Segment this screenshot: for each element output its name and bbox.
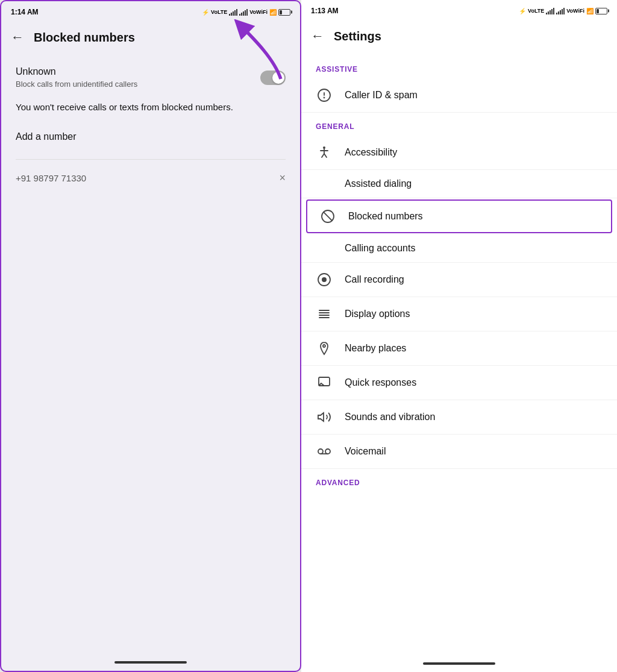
- section-advanced: ADVANCED: [301, 469, 617, 492]
- map-pin-icon: [316, 340, 333, 357]
- volte-icon: VoLTE: [211, 9, 227, 15]
- left-top-bar: ← Blocked numbers: [1, 20, 300, 57]
- sidebar-item-sounds-vibration[interactable]: Sounds and vibration: [301, 400, 617, 435]
- quick-responses-label: Quick responses: [345, 377, 416, 388]
- signal2-icon: [239, 8, 248, 16]
- right-page-title: Settings: [334, 30, 381, 43]
- left-back-button[interactable]: ←: [11, 30, 24, 45]
- right-bottom-bar: [301, 655, 617, 672]
- svg-point-12: [322, 277, 327, 282]
- settings-list: ASSISTIVE Caller ID & spam GENERAL Acces…: [301, 55, 617, 655]
- right-status-bar: 1:13 AM ⚡ VoLTE VoWiFi 📶: [301, 0, 617, 19]
- right-vowifi-icon: VoWiFi: [566, 8, 584, 14]
- right-time: 1:13 AM: [311, 7, 339, 15]
- svg-point-3: [324, 98, 325, 98]
- display-options-label: Display options: [345, 309, 410, 319]
- right-status-icons: ⚡ VoLTE VoWiFi 📶: [519, 7, 607, 14]
- svg-line-7: [322, 154, 324, 157]
- right-signal2-icon: [556, 7, 565, 14]
- sidebar-item-accessibility[interactable]: Accessibility: [301, 136, 617, 170]
- remove-number-button[interactable]: ×: [279, 172, 286, 184]
- voicemail-label: Voicemail: [345, 446, 386, 457]
- alert-circle-icon: [316, 87, 333, 104]
- unknown-row: Unknown Block calls from unidentified ca…: [16, 66, 286, 89]
- battery-icon: [278, 9, 290, 16]
- blocked-numbers-label: Blocked numbers: [348, 211, 423, 222]
- left-status-icons: ⚡ VoLTE VoWiFi 📶: [202, 8, 290, 16]
- volume-icon: [316, 409, 333, 425]
- section-general: GENERAL: [301, 113, 617, 136]
- svg-point-17: [323, 345, 325, 347]
- calling-accounts-label: Calling accounts: [345, 243, 415, 254]
- right-battery-icon: [595, 8, 607, 14]
- divider: [16, 159, 286, 160]
- unknown-title: Unknown: [16, 66, 137, 77]
- blocked-icon: [319, 208, 336, 225]
- right-volte-icon: VoLTE: [528, 8, 544, 14]
- sidebar-item-display-options[interactable]: Display options: [301, 297, 617, 331]
- sidebar-item-call-recording[interactable]: Call recording: [301, 263, 617, 297]
- right-bluetooth-icon: ⚡: [519, 8, 526, 14]
- accessibility-label: Accessibility: [345, 147, 397, 158]
- voicemail-icon: [316, 443, 333, 460]
- list-icon: [316, 306, 333, 322]
- assisted-dialing-label: Assisted dialing: [345, 178, 412, 189]
- vowifi-icon: VoWiFi: [249, 9, 268, 15]
- phone-number: +91 98797 71330: [16, 173, 86, 183]
- sidebar-item-quick-responses[interactable]: Quick responses: [301, 366, 617, 400]
- left-content: Unknown Block calls from unidentified ca…: [1, 57, 300, 654]
- svg-line-8: [324, 154, 327, 157]
- svg-line-10: [324, 212, 332, 221]
- notice-text: You won't receive calls or texts from bl…: [16, 101, 286, 115]
- left-bottom-bar: [1, 654, 300, 671]
- right-signal1-icon: [546, 7, 554, 14]
- unknown-text: Unknown Block calls from unidentified ca…: [16, 66, 137, 89]
- sidebar-item-assisted-dialing[interactable]: Assisted dialing: [301, 170, 617, 198]
- sidebar-item-calling-accounts[interactable]: Calling accounts: [301, 234, 617, 263]
- left-time: 1:14 AM: [11, 8, 39, 16]
- sidebar-item-caller-id-spam[interactable]: Caller ID & spam: [301, 78, 617, 113]
- unknown-toggle[interactable]: [260, 71, 286, 85]
- nearby-places-label: Nearby places: [345, 343, 406, 354]
- right-top-bar: ← Settings: [301, 19, 617, 55]
- signal1-icon: [229, 8, 237, 16]
- right-panel: 1:13 AM ⚡ VoLTE VoWiFi 📶 ← Settings ASSI…: [301, 0, 617, 672]
- right-home-indicator: [423, 662, 495, 665]
- left-status-bar: 1:14 AM ⚡ VoLTE VoWiFi 📶: [1, 1, 300, 20]
- sidebar-item-nearby-places[interactable]: Nearby places: [301, 331, 617, 366]
- svg-marker-19: [318, 413, 324, 421]
- sounds-vibration-label: Sounds and vibration: [345, 412, 435, 422]
- left-panel: 1:14 AM ⚡ VoLTE VoWiFi 📶 ← Blocked numbe…: [0, 0, 301, 672]
- svg-point-20: [318, 449, 323, 454]
- right-wifi-icon: 📶: [586, 8, 594, 14]
- section-assistive: ASSISTIVE: [301, 55, 617, 78]
- caller-id-spam-label: Caller ID & spam: [345, 90, 418, 101]
- sidebar-item-voicemail[interactable]: Voicemail: [301, 435, 617, 469]
- right-back-button[interactable]: ←: [311, 28, 324, 44]
- record-icon: [316, 271, 333, 288]
- svg-point-21: [325, 449, 330, 454]
- call-recording-label: Call recording: [345, 274, 404, 285]
- accessibility-icon: [316, 144, 333, 161]
- unknown-subtitle: Block calls from unidentified callers: [16, 80, 137, 89]
- left-page-title: Blocked numbers: [34, 31, 135, 45]
- bluetooth-icon: ⚡: [202, 9, 209, 16]
- add-number-button[interactable]: Add a number: [16, 131, 286, 142]
- wifi-icon: 📶: [269, 9, 277, 16]
- phone-number-row: +91 98797 71330 ×: [16, 172, 286, 184]
- message-square-icon: [316, 374, 333, 391]
- sidebar-item-blocked-numbers[interactable]: Blocked numbers: [306, 199, 612, 233]
- home-indicator: [114, 661, 187, 664]
